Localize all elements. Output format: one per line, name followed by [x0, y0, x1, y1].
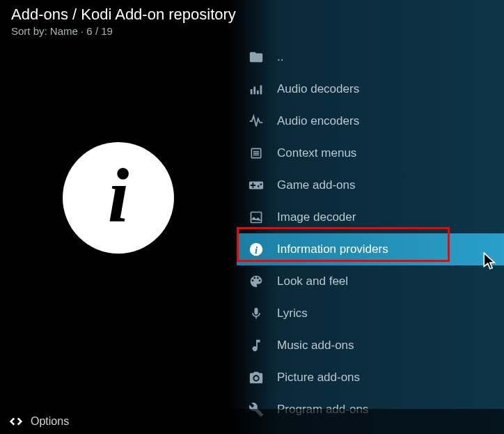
list-item-image-decoder[interactable]: Image decoder — [237, 201, 504, 233]
list-item-label: .. — [277, 50, 283, 64]
header: Add-ons / Kodi Add-on repository Sort by… — [0, 0, 504, 40]
list-item-game-addons[interactable]: Game add-ons — [237, 169, 504, 201]
list-item-context-menus[interactable]: Context menus — [237, 137, 504, 169]
category-list: .. Audio decoders Audio encoders Context… — [237, 40, 504, 411]
info-glyph: i — [108, 157, 129, 234]
sort-info: Sort by: Name · 6 / 19 — [11, 25, 493, 37]
info-icon: i — [248, 241, 265, 258]
list-item-label: Game add-ons — [277, 178, 355, 192]
image-icon — [248, 209, 265, 226]
list-item-label: Information providers — [277, 242, 388, 256]
svg-rect-0 — [251, 89, 253, 94]
folder-icon — [248, 49, 265, 65]
preview-panel: i — [0, 40, 237, 411]
svg-text:i: i — [255, 245, 258, 256]
microphone-icon — [248, 305, 265, 322]
list-item-information-providers[interactable]: i Information providers — [237, 233, 504, 265]
breadcrumb: Add-ons / Kodi Add-on repository — [11, 6, 493, 24]
equalizer-icon — [248, 81, 265, 98]
options-icon[interactable] — [8, 414, 24, 429]
svg-rect-3 — [260, 86, 262, 95]
list-item-music-addons[interactable]: Music add-ons — [237, 330, 504, 362]
list-item-label: Picture add-ons — [277, 371, 360, 385]
list-item-lyrics[interactable]: Lyrics — [237, 297, 504, 330]
palette-icon — [248, 273, 265, 290]
list-item-label: Context menus — [277, 146, 356, 160]
list-item-label: Look and feel — [277, 274, 348, 288]
list-item-label: Audio decoders — [277, 82, 359, 96]
music-note-icon — [248, 337, 265, 354]
list-item-label: Image decoder — [277, 210, 356, 224]
list-item-label: Music add-ons — [277, 339, 354, 352]
gamepad-icon — [248, 177, 265, 194]
list-item-look-and-feel[interactable]: Look and feel — [237, 265, 504, 297]
footer-bar: Options — [0, 409, 504, 434]
list-item-audio-decoders[interactable]: Audio decoders — [237, 73, 504, 105]
svg-rect-8 — [251, 212, 262, 223]
options-label[interactable]: Options — [31, 415, 69, 428]
list-item-audio-encoders[interactable]: Audio encoders — [237, 105, 504, 137]
waveform-icon — [248, 113, 265, 130]
info-icon-large: i — [63, 142, 174, 254]
main-content: i .. Audio decoders Audio encoders — [0, 40, 504, 411]
svg-rect-1 — [253, 86, 255, 94]
svg-rect-2 — [257, 91, 259, 95]
menu-icon — [248, 145, 265, 162]
list-item-label: Lyrics — [277, 307, 308, 320]
list-item-label: Audio encoders — [277, 114, 359, 128]
list-item-picture-addons[interactable]: Picture add-ons — [237, 362, 504, 394]
list-item-parent[interactable]: .. — [237, 41, 504, 73]
camera-icon — [248, 369, 265, 386]
